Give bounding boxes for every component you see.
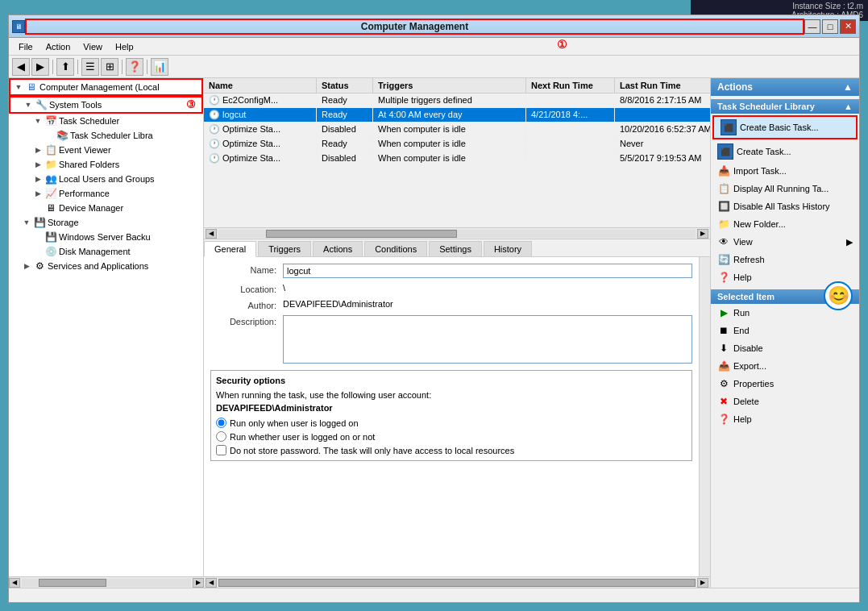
radio-run-whether[interactable]: Run whether user is logged on or not [216,431,687,442]
expand-icon[interactable]: ▼ [12,83,25,91]
tab-triggers[interactable]: Triggers [258,241,311,256]
radio-run-logged-on[interactable]: Run only when user is logged on [216,418,687,428]
detail-scroll-left[interactable]: ◀ [206,578,217,588]
expand-icon[interactable]: ▼ [31,117,44,125]
sidebar-item-label: Task Scheduler Libra [70,131,153,140]
maximize-button[interactable]: □ [822,19,838,34]
sidebar-item-computer-mgmt[interactable]: ▼ 🖥 Computer Management (Local [9,78,203,96]
task-row[interactable]: 🕐Optimize Sta... Disabled When computer … [204,123,710,137]
menu-help[interactable]: Help [109,40,140,53]
menu-file[interactable]: File [12,40,39,53]
new-folder-icon: 📁 [717,218,730,231]
expand-icon[interactable]: ▶ [31,146,44,154]
view-list-button[interactable]: ☰ [81,58,99,76]
expand-icon[interactable]: ▶ [31,175,44,183]
action-disable[interactable]: ⬇ Disable [711,339,859,357]
col-header-last[interactable]: Last Run Time [615,78,710,93]
scroll-right-btn[interactable]: ▶ [193,578,204,588]
task-table-scrollbar[interactable]: ◀ ▶ [204,227,710,239]
task-row[interactable]: 🕐Optimize Sta... Ready When computer is … [204,137,710,152]
tab-history[interactable]: History [484,241,532,256]
view-detail-button[interactable]: ⊞ [101,58,118,76]
action-delete[interactable]: ✖ Delete [711,393,859,410]
task-row[interactable]: 🕐logcut Ready At 4:00 AM every day 4/21/… [204,108,710,123]
menu-view[interactable]: View [77,40,109,53]
col-header-next[interactable]: Next Run Time [526,78,615,93]
action-label: Delete [733,397,759,406]
action-properties[interactable]: ⚙ Properties [711,375,859,393]
chart-button[interactable]: 📊 [151,58,168,76]
status-bar [9,588,859,602]
back-button[interactable]: ◀ [12,58,30,76]
tab-conditions[interactable]: Conditions [364,241,427,256]
task-row[interactable]: 🕐Ec2ConfigM... Ready Multiple triggers d… [204,94,710,108]
scroll-left-btn[interactable]: ◀ [9,578,20,588]
radio-btn-whether[interactable] [216,431,226,442]
expand-icon[interactable]: ▶ [31,189,44,197]
sidebar-scrollbar[interactable]: ◀ ▶ [9,576,204,588]
sidebar-item-task-scheduler[interactable]: ▼ 📅 Task Scheduler [9,114,203,128]
actions-collapse-icon[interactable]: ▲ [843,81,853,93]
checkbox-no-password[interactable]: Do not store password. The task will onl… [216,445,687,455]
sidebar-item-task-scheduler-lib[interactable]: 📚 Task Scheduler Libra [9,128,203,143]
expand-icon[interactable]: ▶ [31,160,44,168]
up-button[interactable]: ⬆ [56,58,74,76]
action-refresh[interactable]: 🔄 Refresh [711,251,859,268]
input-description[interactable] [283,315,692,364]
action-end[interactable]: ⏹ End [711,322,859,339]
col-header-triggers[interactable]: Triggers [373,78,526,93]
action-view[interactable]: 👁 View ▶ [711,233,859,251]
view-submenu-arrow: ▶ [846,237,853,247]
scroll-left-task[interactable]: ◀ [206,229,217,239]
action-export[interactable]: 📤 Export... [711,357,859,375]
tab-settings[interactable]: Settings [429,241,482,256]
action-create-task[interactable]: ⬛ Create Task... [711,141,859,162]
library-collapse-icon[interactable]: ▲ [844,102,853,111]
col-header-name[interactable]: Name ② [204,78,317,93]
forward-button[interactable]: ▶ [31,58,49,76]
col-header-status[interactable]: Status [317,78,373,93]
sidebar-item-local-users[interactable]: ▶ 👥 Local Users and Groups [9,172,203,186]
action-create-basic-task[interactable]: ⬛ Create Basic Task... [712,115,858,139]
tab-actions[interactable]: Actions [313,241,363,256]
expand-icon[interactable] [31,247,44,256]
action-disable-history[interactable]: 🔲 Disable All Tasks History [711,197,859,215]
services-icon: ⚙ [33,260,46,272]
action-new-folder[interactable]: 📁 New Folder... [711,215,859,233]
sidebar-item-event-viewer[interactable]: ▶ 📋 Event Viewer [9,143,203,157]
tab-content-wrapper: Name: Location: \ [204,257,710,576]
task-row[interactable]: 🕐Optimize Sta... Disabled When computer … [204,152,710,166]
expand-icon[interactable] [31,204,44,212]
action-import-task[interactable]: 📥 Import Task... [711,162,859,180]
menu-action[interactable]: Action [39,40,77,53]
scroll-right-task[interactable]: ▶ [697,229,708,239]
close-button[interactable]: ✕ [840,19,856,34]
task-row-icon: 🕐 [209,124,220,135]
action-help-selected[interactable]: ❓ Help [711,410,859,428]
sidebar-item-performance[interactable]: ▶ 📈 Performance [9,186,203,201]
input-name[interactable] [283,264,692,278]
tab-general[interactable]: General [204,241,256,257]
sidebar-item-services-apps[interactable]: ▶ ⚙ Services and Applications [9,259,203,273]
sidebar-item-windows-backup[interactable]: 💾 Windows Server Backu [9,230,203,244]
import-task-icon: 📥 [717,164,730,177]
sidebar-item-shared-folders[interactable]: ▶ 📁 Shared Folders [9,157,203,172]
sidebar-item-disk-mgmt[interactable]: 💿 Disk Management [9,244,203,259]
detail-bottom-scrollbar[interactable]: ◀ ▶ [204,576,710,588]
help-button[interactable]: ❓ [126,58,143,76]
minimize-button[interactable]: — [804,19,820,34]
checkbox-no-password-input[interactable] [216,445,226,455]
sidebar-item-storage[interactable]: ▼ 💾 Storage [9,215,203,230]
expand-icon[interactable]: ▼ [20,218,33,227]
sidebar-item-system-tools[interactable]: ▼ 🔧 System Tools ③ [9,96,203,114]
expand-icon[interactable] [43,131,56,139]
action-display-all[interactable]: 📋 Display All Running Ta... [711,180,859,197]
detail-scroll-right[interactable]: ▶ [697,578,708,588]
expand-icon[interactable]: ▼ [22,101,35,109]
radio-btn-logged-on[interactable] [216,418,226,428]
expand-icon[interactable]: ▶ [20,262,33,270]
expand-icon[interactable] [31,233,44,241]
sidebar-item-device-manager[interactable]: 🖥 Device Manager [9,201,203,215]
detail-scrollbar[interactable] [699,257,710,576]
label-location: Location: [210,283,283,294]
